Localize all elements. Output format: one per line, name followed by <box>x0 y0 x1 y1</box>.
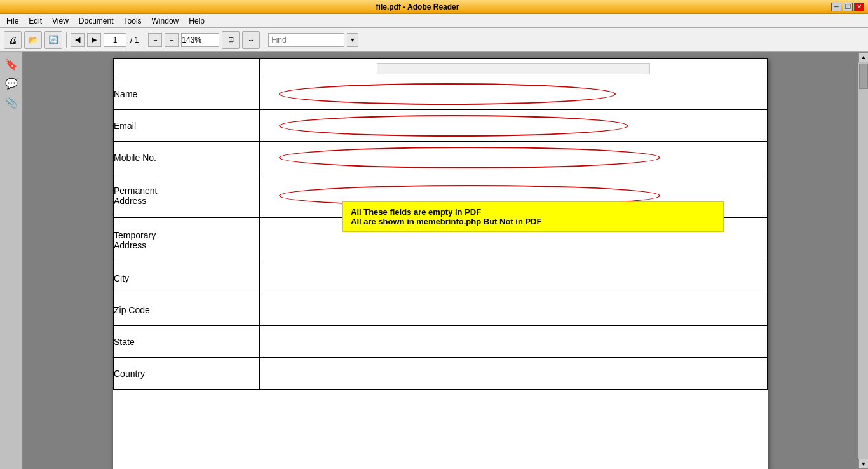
print-button[interactable]: 🖨 <box>4 31 22 49</box>
table-row: Email <box>114 110 768 142</box>
restore-button[interactable]: ❒ <box>843 3 853 11</box>
table-row: State <box>114 326 768 358</box>
find-dropdown-button[interactable]: ▼ <box>347 33 358 47</box>
separator-3 <box>264 32 264 48</box>
separator-1 <box>66 32 67 48</box>
mobile-value <box>260 142 768 173</box>
toolbar: 🖨 📂 🔄 ◀ ▶ / 1 − + ⊡ ↔ ▼ <box>0 28 868 52</box>
page-number-input[interactable] <box>104 33 126 47</box>
refresh-button[interactable]: 🔄 <box>44 31 62 49</box>
email-value <box>260 110 768 142</box>
close-button[interactable]: ✕ <box>854 3 864 11</box>
prev-page-button[interactable]: ◀ <box>71 33 85 47</box>
scroll-area[interactable]: Name Email Mobile No. <box>23 52 858 469</box>
table-row <box>114 59 768 78</box>
scroll-thumb-area[interactable] <box>858 62 868 459</box>
table-row: Name <box>114 78 768 110</box>
main-area: 🔖 💬 📎 Name <box>0 52 868 469</box>
menu-document[interactable]: Document <box>75 15 118 27</box>
paperclip-icon[interactable]: 📎 <box>4 95 18 109</box>
title-bar-text: file.pdf - Adobe Reader <box>4 3 831 11</box>
country-value <box>260 358 768 390</box>
separator-2 <box>144 32 144 48</box>
scroll-up-arrow[interactable]: ▲ <box>858 52 868 62</box>
state-value <box>260 326 768 358</box>
table-row: Mobile No. <box>114 142 768 173</box>
zoom-input[interactable] <box>181 33 219 47</box>
menu-file[interactable]: File <box>3 15 22 27</box>
permanent-address-value: All These fields are empty in PDF All ar… <box>260 173 768 218</box>
table-row: Country <box>114 358 768 390</box>
state-label: State <box>114 326 260 358</box>
fit-page-button[interactable]: ⊡ <box>222 31 240 49</box>
comment-icon[interactable]: 💬 <box>4 76 18 90</box>
menu-view[interactable]: View <box>48 15 72 27</box>
permanent-address-label: PermanentAddress <box>114 173 260 218</box>
scroll-thumb[interactable] <box>859 64 868 89</box>
country-label: Country <box>114 358 260 390</box>
title-bar: file.pdf - Adobe Reader ─ ❒ ✕ <box>0 0 868 14</box>
open-button[interactable]: 📂 <box>24 31 42 49</box>
scroll-down-arrow[interactable]: ▼ <box>858 459 868 469</box>
fit-width-button[interactable]: ↔ <box>242 31 260 49</box>
note-line2: All are shown in memebrinfo.php But Not … <box>351 217 715 226</box>
menu-edit[interactable]: Edit <box>25 15 46 27</box>
table-row: City <box>114 262 768 294</box>
menu-bar: File Edit View Document Tools Window Hel… <box>0 14 868 28</box>
zipcode-value <box>260 294 768 326</box>
name-label: Name <box>114 78 260 110</box>
next-page-button[interactable]: ▶ <box>87 33 101 47</box>
find-input[interactable] <box>268 33 344 47</box>
zoom-out-button[interactable]: − <box>148 33 162 47</box>
left-panel: 🔖 💬 📎 <box>0 52 23 469</box>
title-bar-controls: ─ ❒ ✕ <box>831 3 864 11</box>
top-label-cell <box>114 59 260 78</box>
note-line1: All These fields are empty in PDF <box>351 207 715 217</box>
menu-tools[interactable]: Tools <box>120 15 146 27</box>
zipcode-label: Zip Code <box>114 294 260 326</box>
bookmark-icon[interactable]: 🔖 <box>4 57 18 71</box>
city-value <box>260 262 768 294</box>
name-value <box>260 78 768 110</box>
table-row: PermanentAddress All These fields are em… <box>114 173 768 218</box>
page-total-label: / 1 <box>129 36 140 44</box>
email-label: Email <box>114 110 260 142</box>
form-table: Name Email Mobile No. <box>113 58 768 390</box>
yellow-note: All These fields are empty in PDF All ar… <box>342 201 724 232</box>
city-label: City <box>114 262 260 294</box>
temporary-address-label: TemporaryAddress <box>114 218 260 262</box>
pdf-page: Name Email Mobile No. <box>113 58 768 469</box>
table-row: Zip Code <box>114 294 768 326</box>
mobile-label: Mobile No. <box>114 142 260 173</box>
menu-help[interactable]: Help <box>185 15 208 27</box>
right-scrollbar[interactable]: ▲ ▼ <box>858 52 868 469</box>
menu-window[interactable]: Window <box>148 15 183 27</box>
top-value-cell <box>260 59 768 78</box>
zoom-in-button[interactable]: + <box>165 33 179 47</box>
minimize-button[interactable]: ─ <box>831 3 841 11</box>
